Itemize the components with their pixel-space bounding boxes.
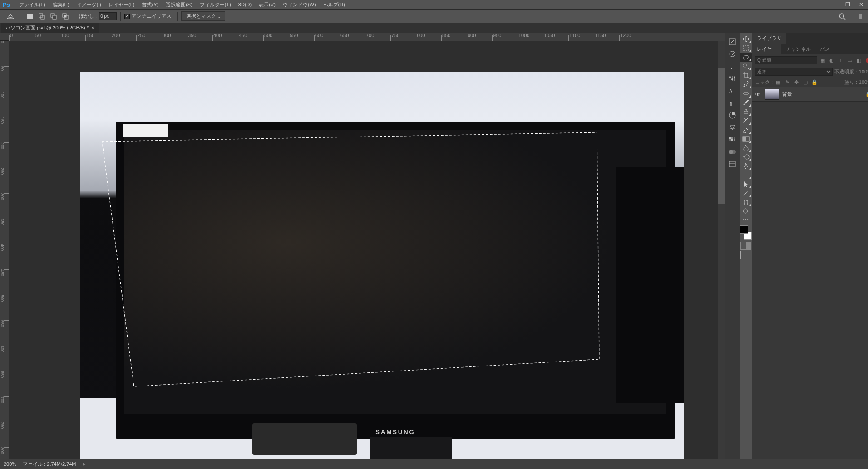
select-and-mask-button[interactable]: 選択とマスク... <box>181 11 225 21</box>
layer-item[interactable]: 👁 背景 🔒 <box>752 87 868 102</box>
subtract-selection-icon[interactable] <box>49 11 59 21</box>
foreground-color-swatch[interactable] <box>740 225 748 234</box>
fill-value[interactable]: 100% <box>859 79 868 85</box>
filter-pixel-icon[interactable]: ▦ <box>819 57 826 64</box>
maximize-button[interactable]: ❐ <box>841 0 854 9</box>
lasso-tool[interactable] <box>740 53 752 62</box>
vertical-scrollbar[interactable] <box>718 41 725 459</box>
brush-tool[interactable] <box>740 98 752 107</box>
close-button[interactable]: ✕ <box>854 0 868 9</box>
blend-mode-select[interactable]: 通常 <box>755 68 833 76</box>
actions-panel-icon[interactable] <box>725 48 740 60</box>
menu-view[interactable]: 表示(V) <box>255 1 279 8</box>
clone-stamp-tool[interactable] <box>740 107 752 116</box>
tool-preset-icon[interactable] <box>5 11 15 21</box>
filter-adjust-icon[interactable]: ◐ <box>828 57 835 64</box>
info-panel-icon[interactable] <box>725 122 740 133</box>
character-panel-icon[interactable]: A <box>725 85 740 97</box>
color-swatches[interactable] <box>740 225 752 240</box>
document-tab[interactable]: パソコン画面.psd @ 200% (RGB/8) * × <box>1 23 99 33</box>
antialias-checkbox[interactable] <box>124 14 130 19</box>
menu-file[interactable]: ファイル(F) <box>15 1 49 8</box>
menu-layer[interactable]: レイヤー(L) <box>105 1 138 8</box>
layer-lock-icon[interactable]: 🔒 <box>865 91 868 97</box>
healing-brush-tool[interactable] <box>740 89 752 98</box>
marquee-tool[interactable] <box>740 44 752 53</box>
new-selection-icon[interactable] <box>25 11 35 21</box>
brush-panel-icon[interactable] <box>725 60 740 72</box>
dodge-tool[interactable] <box>740 152 752 161</box>
menu-select[interactable]: 選択範囲(S) <box>162 1 196 8</box>
filter-toggle-icon[interactable] <box>864 57 868 64</box>
type-tool[interactable]: T <box>740 171 752 180</box>
swatches-panel-icon[interactable] <box>725 134 740 146</box>
intersect-selection-icon[interactable] <box>60 11 70 21</box>
filter-shape-icon[interactable]: ▭ <box>846 57 853 64</box>
opacity-value[interactable]: 100% <box>859 69 868 74</box>
path-select-tool[interactable] <box>740 180 752 189</box>
add-selection-icon[interactable] <box>37 11 47 21</box>
quick-select-tool[interactable] <box>740 62 752 71</box>
lock-position-icon[interactable]: ✎ <box>784 78 791 86</box>
lock-all-icon[interactable]: 🔒 <box>811 78 818 86</box>
move-tool[interactable] <box>740 34 752 44</box>
ruler-origin[interactable] <box>0 33 9 41</box>
canvas-area[interactable]: 0501001502002503003504004505005506006507… <box>0 33 725 459</box>
crop-tool[interactable] <box>740 71 752 80</box>
layer-name[interactable]: 背景 <box>782 91 863 98</box>
channels-tab[interactable]: チャンネル <box>781 44 815 54</box>
menu-image[interactable]: イメージ(I) <box>73 1 105 8</box>
menu-filter[interactable]: フィルター(T) <box>196 1 235 8</box>
properties-panel-icon[interactable] <box>725 158 740 170</box>
svg-point-40 <box>745 155 749 159</box>
gradient-tool[interactable] <box>740 134 752 143</box>
paths-tab[interactable]: パス <box>815 44 834 54</box>
color-panel-icon[interactable] <box>725 146 740 158</box>
filter-smart-icon[interactable]: ◧ <box>855 57 863 64</box>
tab-close-icon[interactable]: × <box>91 25 94 30</box>
eraser-tool[interactable] <box>740 125 752 134</box>
menu-type[interactable]: 書式(Y) <box>138 1 162 8</box>
panel-menu-icon[interactable]: ≡ <box>866 35 868 41</box>
vertical-ruler[interactable]: 0501001502002503003504004505005506006507… <box>0 41 9 459</box>
layer-filter-input[interactable] <box>755 56 817 64</box>
eyedropper-tool[interactable] <box>740 80 752 89</box>
layers-tab[interactable]: レイヤー <box>752 44 781 54</box>
panel-menu-icon[interactable]: ≡ <box>866 46 868 52</box>
lock-artboard-icon[interactable]: ▢ <box>802 78 809 86</box>
history-panel-icon[interactable] <box>725 36 740 48</box>
lock-move-icon[interactable]: ✥ <box>793 78 800 86</box>
edit-toolbar-icon[interactable]: ••• <box>740 216 752 224</box>
status-menu-arrow-icon[interactable]: ▶ <box>83 462 86 466</box>
layer-thumbnail[interactable] <box>765 89 779 100</box>
adjustments-panel-icon[interactable] <box>725 73 740 84</box>
svg-point-19 <box>734 77 735 78</box>
tool-panel: T ••• <box>740 33 752 459</box>
library-tab[interactable]: ライブラリ <box>752 33 786 44</box>
paragraph-panel-icon[interactable]: ¶ <box>725 97 740 109</box>
history-brush-tool[interactable] <box>740 116 752 125</box>
blur-tool[interactable] <box>740 143 752 152</box>
shape-tool[interactable] <box>740 189 752 198</box>
menu-help[interactable]: ヘルプ(H) <box>320 1 349 8</box>
canvas-image[interactable]: SAMSUNG <box>80 72 684 459</box>
minimize-button[interactable]: — <box>827 0 841 9</box>
zoom-tool[interactable] <box>740 207 752 216</box>
hand-tool[interactable] <box>740 198 752 207</box>
scrollbar-thumb[interactable] <box>718 68 725 204</box>
feather-input[interactable] <box>99 12 117 20</box>
screenmode-icon[interactable] <box>740 251 751 259</box>
menu-edit[interactable]: 編集(E) <box>49 1 73 8</box>
search-icon[interactable] <box>837 11 847 21</box>
zoom-level[interactable]: 200% <box>4 461 16 467</box>
layer-visibility-icon[interactable]: 👁 <box>755 91 762 98</box>
menu-3d[interactable]: 3D(D) <box>235 2 255 7</box>
quickmask-icon[interactable] <box>740 242 751 250</box>
horizontal-ruler[interactable]: 0501001502002503003504004505005506006507… <box>9 33 725 41</box>
lock-pixels-icon[interactable]: ▦ <box>774 78 782 86</box>
pen-tool[interactable] <box>740 161 752 171</box>
styles-panel-icon[interactable] <box>725 109 740 121</box>
filter-type-icon[interactable]: T <box>837 57 844 64</box>
menu-window[interactable]: ウィンドウ(W) <box>279 1 320 8</box>
workspace-switcher-icon[interactable] <box>853 11 863 21</box>
